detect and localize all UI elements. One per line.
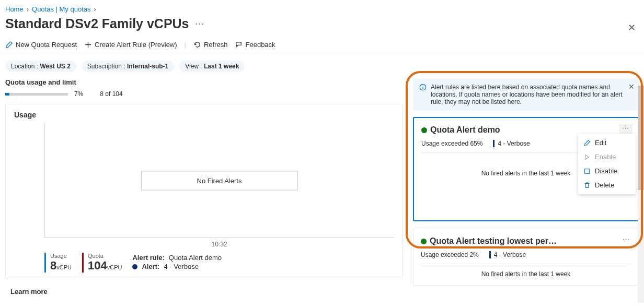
- quota-metric-unit: vCPU: [107, 264, 122, 270]
- usage-metric-label: Usage: [50, 253, 72, 259]
- usage-progress-bar: [5, 93, 68, 96]
- usage-chart: No Fired Alerts 10:32: [44, 123, 394, 238]
- chart-x-tick: 10:32: [211, 241, 227, 248]
- stop-icon: [583, 168, 591, 175]
- usage-card: Usage No Fired Alerts 10:32 Usage 8vCPU …: [5, 104, 402, 279]
- menu-disable-label: Disable: [595, 167, 617, 175]
- menu-enable-label: Enable: [595, 153, 616, 161]
- svg-rect-1: [585, 169, 590, 173]
- alert-severity-label: Alert:: [142, 263, 159, 270]
- filter-pills: Location : West US 2 Subscription : Inte…: [0, 54, 644, 78]
- trash-icon: [583, 182, 591, 189]
- usage-metric-unit: vCPU: [56, 264, 72, 270]
- subscription-filter[interactable]: Subscription : Internal-sub-1: [82, 61, 174, 72]
- severity-dot-icon: [132, 264, 137, 269]
- feedback-label: Feedback: [246, 41, 275, 49]
- alert-rule-label: Alert rule:: [132, 254, 164, 262]
- menu-edit[interactable]: Edit: [578, 136, 636, 150]
- menu-enable: Enable: [578, 150, 636, 164]
- pencil-icon: [5, 41, 13, 49]
- alert-usage-threshold: Usage exceeded 65%: [421, 140, 482, 147]
- alert-card-demo[interactable]: Quota Alert demo ··· Usage exceeded 65% …: [413, 117, 639, 221]
- feedback-icon: [235, 41, 243, 49]
- scrollbar-thumb[interactable]: [638, 86, 644, 190]
- alert-severity-value: 4 - Verbose: [164, 263, 199, 270]
- alert-card-title: Quota Alert testing lowest per…: [430, 236, 557, 246]
- feedback-button[interactable]: Feedback: [235, 41, 275, 49]
- page-title: Standard DSv2 Family vCPUs: [5, 16, 189, 31]
- chevron-right-icon: ›: [94, 5, 96, 13]
- chevron-right-icon: ›: [27, 5, 29, 13]
- location-filter-value: West US 2: [40, 63, 70, 70]
- menu-delete-label: Delete: [595, 181, 615, 189]
- pencil-icon: [583, 139, 591, 147]
- menu-disable[interactable]: Disable: [578, 164, 636, 178]
- subscription-filter-label: Subscription :: [87, 63, 127, 70]
- close-icon[interactable]: ✕: [628, 22, 636, 33]
- plus-icon: [84, 41, 92, 49]
- no-fired-alerts-badge: No Fired Alerts: [141, 171, 298, 190]
- info-banner-text: Alert rules are listed here based on ass…: [431, 84, 632, 105]
- breadcrumb-home[interactable]: Home: [5, 5, 24, 13]
- usage-metric-value: 8: [50, 259, 56, 272]
- new-quota-request-label: New Quota Request: [16, 41, 77, 49]
- more-icon[interactable]: ···: [196, 18, 205, 29]
- location-filter[interactable]: Location : West US 2: [5, 61, 76, 72]
- alert-usage-threshold: Usage exceeded 2%: [421, 251, 479, 258]
- play-icon: [583, 153, 591, 161]
- alert-context-menu: Edit Enable Disable Delete: [578, 134, 636, 194]
- usage-fraction: 8 of 104: [100, 90, 122, 98]
- alert-severity: 4 - Verbose: [489, 251, 526, 258]
- new-quota-request-button[interactable]: New Quota Request: [5, 41, 77, 49]
- menu-delete[interactable]: Delete: [578, 178, 636, 192]
- toolbar: New Quota Request Create Alert Rule (Pre…: [0, 41, 644, 54]
- create-alert-rule-button[interactable]: Create Alert Rule (Preview): [84, 41, 177, 49]
- alert-card-testing[interactable]: Quota Alert testing lowest per… ··· Usag…: [413, 229, 639, 286]
- alert-card-title: Quota Alert demo: [430, 125, 500, 135]
- breadcrumb-quotas[interactable]: Quotas | My quotas: [32, 5, 91, 13]
- alert-card-more-button[interactable]: ···: [619, 235, 633, 245]
- view-filter-value: Last 1 week: [204, 63, 239, 70]
- info-banner-close[interactable]: ✕: [628, 82, 635, 91]
- usage-card-title: Usage: [14, 111, 394, 119]
- refresh-icon: [193, 41, 201, 49]
- view-filter[interactable]: View : Last 1 week: [179, 61, 245, 72]
- quota-usage-heading: Quota usage and limit: [5, 78, 402, 86]
- alert-card-more-button[interactable]: ···: [619, 124, 632, 134]
- create-alert-rule-label: Create Alert Rule (Preview): [95, 41, 177, 49]
- status-enabled-icon: [421, 127, 427, 133]
- location-filter-label: Location :: [11, 63, 40, 70]
- quota-metric-value: 104: [88, 259, 107, 272]
- menu-edit-label: Edit: [595, 139, 606, 147]
- breadcrumb: Home › Quotas | My quotas ›: [0, 0, 644, 16]
- alert-severity: 4 - Verbose: [493, 140, 530, 147]
- alert-no-fired-text: No fired alerts in the last 1 week: [421, 270, 631, 278]
- learn-more-heading: Learn more: [5, 288, 402, 295]
- refresh-label: Refresh: [204, 41, 228, 49]
- separator-icon: |: [185, 41, 186, 49]
- status-enabled-icon: [421, 239, 427, 244]
- scrollbar[interactable]: [638, 86, 644, 303]
- refresh-button[interactable]: Refresh: [193, 41, 228, 49]
- usage-percent: 7%: [74, 90, 83, 98]
- info-icon: [419, 84, 427, 91]
- view-filter-label: View :: [185, 63, 204, 70]
- alert-rule-value: Quota Alert demo: [169, 254, 222, 262]
- quota-metric-label: Quota: [88, 253, 122, 259]
- info-banner: Alert rules are listed here based on ass…: [413, 78, 639, 111]
- subscription-filter-value: Internal-sub-1: [127, 63, 168, 70]
